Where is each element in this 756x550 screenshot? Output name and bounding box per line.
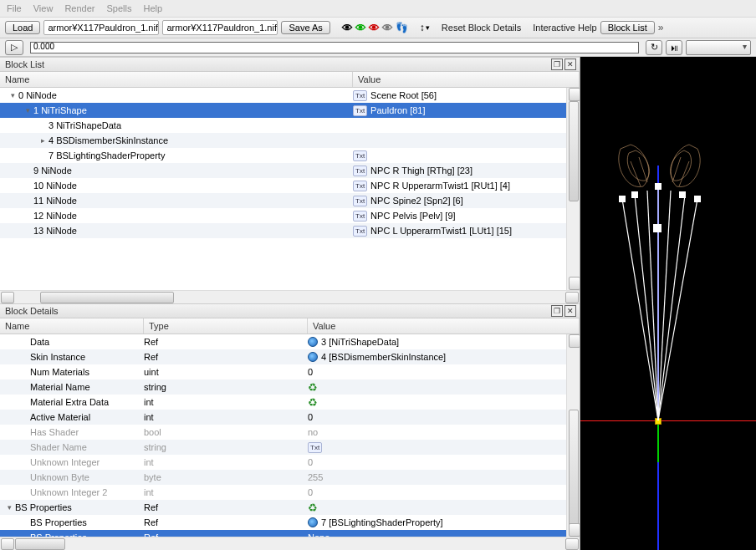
blockdetails-header: Block Details ❐ ✕ — [0, 303, 580, 318]
col-bd-type[interactable]: Type — [144, 318, 308, 334]
prop-name: BS Properties — [30, 517, 87, 527]
blocklist-row[interactable]: ▾1 NiTriShapeTxtPauldron [81] — [0, 103, 566, 118]
blockdetails-row[interactable]: Material Extra Dataint♻ — [0, 395, 566, 410]
blocklist-row[interactable]: 11 NiNodeTxtNPC Spine2 [Spn2] [6] — [0, 193, 566, 208]
blockdetails-row[interactable]: Unknown Bytebyte255 — [0, 470, 566, 485]
node-value: NPC R Thigh [RThg] [23] — [370, 166, 472, 176]
blockdetails-row[interactable]: Active Materialint0 — [0, 410, 566, 425]
blockdetails-row[interactable]: Unknown Integer 2int0 — [0, 485, 566, 500]
blocklist-row[interactable]: ▾0 NiNodeTxtScene Root [56] — [0, 88, 566, 103]
toolbar-overflow-icon[interactable]: » — [658, 22, 664, 33]
node-name: 10 NiNode — [33, 181, 77, 191]
menu-spells[interactable]: Spells — [106, 3, 131, 13]
blockdetails-row[interactable]: ▾BS PropertiesRef♻ — [0, 500, 566, 515]
interactive-help-link[interactable]: Interactive Help — [533, 23, 596, 33]
blocklist-hscroll[interactable] — [0, 290, 580, 303]
col-bd-name[interactable]: Name — [0, 318, 144, 334]
prop-type: int — [144, 412, 308, 422]
time-slider[interactable]: 0.000 — [30, 42, 639, 53]
col-name[interactable]: Name — [0, 72, 353, 87]
arrow-toggle[interactable]: ↕▾ — [420, 22, 430, 33]
blocklist-row[interactable]: 9 NiNodeTxtNPC R Thigh [RThg] [23] — [0, 163, 566, 178]
blocklist-row[interactable]: 13 NiNodeTxtNPC L UpperarmTwist1 [LUt1] … — [0, 223, 566, 238]
menu-bar: File View Render Spells Help — [0, 0, 756, 17]
blockdetails-row[interactable]: DataRef3 [NiTriShapeData] — [0, 334, 566, 349]
footprints-icon[interactable]: 👣 — [396, 22, 408, 33]
node-name: 0 NiNode — [18, 90, 57, 100]
block-list-button[interactable]: Block List — [600, 21, 655, 34]
blockdetails-body: DataRef3 [NiTriShapeData]Skin InstanceRe… — [0, 334, 580, 537]
blockdetails-row[interactable]: Num Materialsuint0 — [0, 364, 566, 379]
blockdetails-row[interactable]: Material Namestring♻ — [0, 379, 566, 395]
col-bd-value[interactable]: Value — [308, 318, 580, 334]
recycle-icon: ♻ — [308, 381, 318, 394]
viewport-3d[interactable] — [580, 57, 756, 550]
expand-icon[interactable]: ▾ — [5, 503, 13, 512]
prop-type: Ref — [144, 352, 308, 362]
menu-help[interactable]: Help — [143, 3, 162, 13]
prop-name: Unknown Byte — [30, 472, 89, 482]
prop-value: 3 [NiTriShapeData] — [321, 337, 399, 347]
eye-gray-icon[interactable]: 👁 — [382, 22, 392, 34]
blockdetails-row[interactable]: Has Shaderboolno — [0, 425, 566, 440]
prop-name: Material Extra Data — [30, 397, 109, 407]
blocklist-row[interactable]: ▸4 BSDismemberSkinInstance — [0, 133, 566, 148]
blockdetails-hscroll[interactable] — [0, 537, 580, 550]
prop-name: Unknown Integer 2 — [30, 487, 107, 497]
svg-rect-10 — [679, 191, 686, 198]
blockdetails-close-icon[interactable]: ✕ — [564, 305, 576, 317]
source-path-field-1[interactable]: armor¥X117Pauldron_1.nif — [43, 20, 159, 35]
recycle-icon: ♻ — [308, 396, 318, 409]
prop-value: 255 — [308, 472, 323, 482]
txt-badge-icon: Txt — [353, 90, 367, 101]
loop-pause-button[interactable]: ⏯ — [666, 40, 682, 55]
prop-type: Ref — [144, 337, 308, 347]
menu-file[interactable]: File — [7, 3, 22, 13]
blockdetails-row[interactable]: Skin InstanceRef4 [BSDismemberSkinInstan… — [0, 349, 566, 364]
txt-badge-icon: Txt — [353, 150, 367, 161]
prop-type: Ref — [144, 532, 308, 537]
blocklist-row[interactable]: 3 NiTriShapeData — [0, 118, 566, 133]
eye-black-icon[interactable]: 👁 — [342, 22, 352, 34]
blocklist-close-icon[interactable]: ✕ — [564, 59, 576, 70]
blocklist-float-icon[interactable]: ❐ — [551, 59, 563, 70]
expand-icon[interactable]: ▾ — [8, 91, 17, 99]
loop-button[interactable]: ↻ — [646, 40, 662, 55]
blocklist-vscroll[interactable] — [566, 88, 580, 290]
eye-green-icon[interactable]: 👁 — [355, 22, 365, 34]
node-name: 11 NiNode — [33, 196, 77, 206]
blockdetails-vscroll[interactable] — [566, 334, 580, 537]
prop-name: Skin Instance — [30, 352, 85, 362]
load-button[interactable]: Load — [5, 21, 40, 34]
node-name: 1 NiTriShape — [33, 105, 87, 115]
prop-value: 7 [BSLightingShaderProperty] — [321, 517, 443, 527]
blocklist-row[interactable]: 12 NiNodeTxtNPC Pelvis [Pelv] [9] — [0, 208, 566, 223]
prop-name: Unknown Integer — [30, 457, 100, 467]
txt-badge-icon: Txt — [353, 226, 367, 237]
node-name: 9 NiNode — [33, 166, 72, 176]
blockdetails-row[interactable]: BS PropertiesRefNone — [0, 530, 566, 537]
expand-icon[interactable]: ▾ — [23, 106, 32, 115]
blockdetails-float-icon[interactable]: ❐ — [551, 305, 563, 317]
play-button[interactable]: ▷ — [5, 40, 23, 55]
svg-rect-7 — [619, 196, 626, 202]
prop-name: Data — [30, 337, 49, 347]
blocklist-row[interactable]: 10 NiNodeTxtNPC R UpperarmTwist1 [RUt1] … — [0, 178, 566, 193]
main-toolbar: Load armor¥X117Pauldron_1.nif armor¥X117… — [0, 17, 756, 38]
col-value[interactable]: Value — [353, 72, 580, 87]
blockdetails-row[interactable]: Shader NamestringTxt — [0, 440, 566, 455]
blocklist-row[interactable]: 7 BSLightingShaderPropertyTxt — [0, 148, 566, 163]
anim-select[interactable] — [686, 40, 751, 55]
menu-render[interactable]: Render — [64, 3, 94, 13]
prop-type: bool — [144, 427, 308, 437]
saveas-button[interactable]: Save As — [281, 21, 329, 34]
eye-red-icon[interactable]: 👁 — [369, 22, 379, 34]
reset-block-details-link[interactable]: Reset Block Details — [442, 23, 521, 33]
source-path-field-2[interactable]: armor¥X117Pauldron_1.nif — [162, 20, 278, 35]
left-panels: Block List ❐ ✕ Name Value ▾0 NiNodeTxtSc… — [0, 57, 580, 550]
node-name: 7 BSLightingShaderProperty — [49, 150, 165, 160]
expand-icon[interactable]: ▸ — [38, 136, 47, 145]
menu-view[interactable]: View — [33, 3, 54, 13]
blockdetails-row[interactable]: BS PropertiesRef7 [BSLightingShaderPrope… — [0, 515, 566, 530]
blockdetails-row[interactable]: Unknown Integerint0 — [0, 455, 566, 470]
